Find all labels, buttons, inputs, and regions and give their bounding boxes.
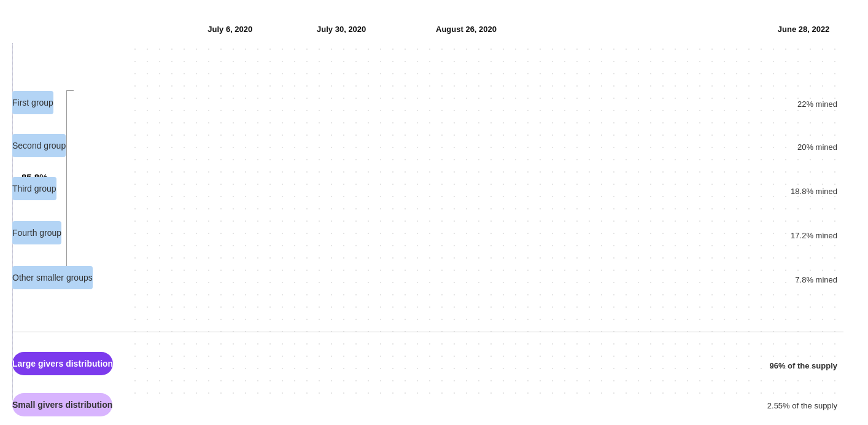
bar-other-groups: Other smaller groups	[12, 266, 93, 289]
timeline-label-4: June 28, 2022	[778, 25, 830, 34]
row-label-1: 22% mined	[797, 99, 837, 109]
separator-line	[12, 332, 843, 332]
timeline-header: July 6, 2020 July 30, 2020 August 26, 20…	[129, 25, 837, 43]
bar-third-group: Third group	[12, 177, 56, 200]
row-label-4: 17.2% mined	[791, 231, 837, 240]
dist-label-2: 2.55% of the supply	[767, 401, 837, 410]
bar-first-group: First group	[12, 91, 53, 114]
bar-small-givers: Small givers distribution	[12, 393, 112, 416]
bar-fourth-group: Fourth group	[12, 221, 61, 244]
timeline-label-1: July 6, 2020	[207, 25, 252, 34]
dist-label-1: 96% of the supply	[769, 361, 837, 370]
dotted-background	[129, 43, 843, 400]
bar-large-givers: Large givers distribution	[12, 352, 113, 375]
bracket	[66, 90, 74, 275]
bar-second-group: Second group	[12, 134, 66, 157]
row-label-5: 7.8% mined	[795, 275, 837, 284]
row-label-3: 18.8% mined	[791, 187, 837, 196]
chart-container: July 6, 2020 July 30, 2020 August 26, 20…	[0, 0, 868, 425]
chart-inner: July 6, 2020 July 30, 2020 August 26, 20…	[12, 25, 843, 400]
timeline-label-3: August 26, 2020	[436, 25, 497, 34]
row-label-2: 20% mined	[797, 142, 837, 152]
timeline-label-2: July 30, 2020	[317, 25, 366, 34]
